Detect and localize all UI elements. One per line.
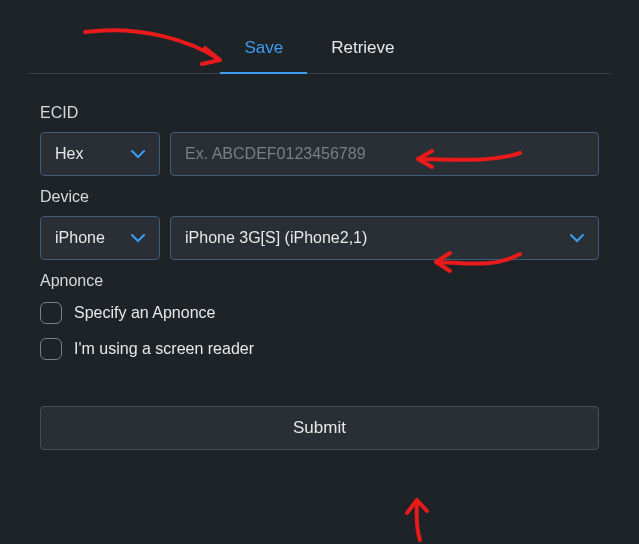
chevron-down-icon [131,231,145,245]
device-type-value: iPhone [55,229,105,247]
device-model-select[interactable]: iPhone 3G[S] (iPhone2,1) [170,216,599,260]
apnonce-label: Apnonce [40,272,599,290]
tab-bar: Save Retrieve [28,0,611,74]
chevron-down-icon [570,231,584,245]
ecid-input-wrap [170,132,599,176]
device-type-select[interactable]: iPhone [40,216,160,260]
apnonce-checkbox[interactable] [40,302,62,324]
ecid-format-value: Hex [55,145,83,163]
ecid-input[interactable] [185,145,584,163]
tab-save[interactable]: Save [220,28,307,74]
screenreader-checkbox-label: I'm using a screen reader [74,340,254,358]
device-label: Device [40,188,599,206]
screenreader-checkbox[interactable] [40,338,62,360]
submit-button[interactable]: Submit [40,406,599,450]
apnonce-checkbox-label: Specify an Apnonce [74,304,215,322]
ecid-label: ECID [40,104,599,122]
annotation-arrow [395,495,445,544]
form: ECID Hex Device iPhone iPhone 3G[S] (iPh… [0,74,639,450]
chevron-down-icon [131,147,145,161]
ecid-format-select[interactable]: Hex [40,132,160,176]
device-model-value: iPhone 3G[S] (iPhone2,1) [185,229,367,247]
tab-retrieve[interactable]: Retrieve [307,28,418,74]
